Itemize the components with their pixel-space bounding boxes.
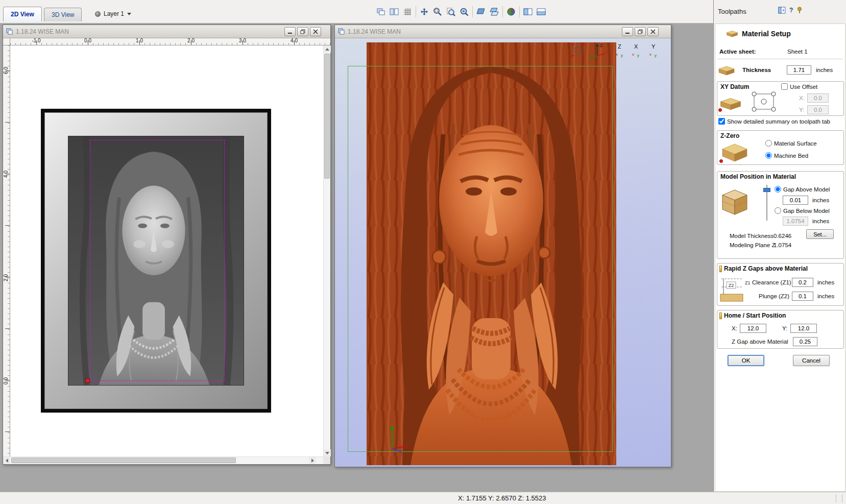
- minimize-button[interactable]: [284, 27, 296, 36]
- scroll-down-button[interactable]: [324, 449, 331, 457]
- scroll-left-button[interactable]: [3, 457, 10, 464]
- plunge-input[interactable]: [792, 292, 813, 301]
- svg-text:Y: Y: [651, 43, 656, 50]
- axis-indicator[interactable]: Z x y Z x y X x y Y: [571, 41, 663, 60]
- dialog-title: Material Setup: [742, 30, 791, 38]
- datum-block-icon: [719, 96, 742, 111]
- restore-icon: [300, 29, 305, 34]
- material-color-button[interactable]: [504, 5, 518, 18]
- window-tile-button[interactable]: [388, 5, 401, 18]
- zoom-box-button[interactable]: [431, 5, 444, 18]
- gap-below-input[interactable]: [783, 217, 808, 226]
- status-separator: [836, 494, 836, 502]
- help-icon[interactable]: ?: [789, 7, 793, 14]
- vertical-scrollbar[interactable]: [323, 45, 330, 457]
- zoom-drawing-icon: [446, 7, 456, 17]
- material-surface-radio[interactable]: [765, 140, 772, 147]
- z-gap-input[interactable]: [793, 337, 817, 346]
- slider-handle[interactable]: [763, 188, 770, 192]
- shade-toggle-button[interactable]: [474, 5, 488, 18]
- zoom-box-icon: [432, 7, 443, 17]
- offset-x-label: X:: [799, 95, 805, 101]
- gap-above-units: inches: [812, 197, 829, 203]
- ruler-label: 2.0: [3, 270, 10, 285]
- restore-button[interactable]: [297, 27, 308, 36]
- scroll-right-button[interactable]: [309, 457, 316, 464]
- set-model-position-button[interactable]: Set...: [806, 229, 834, 239]
- material-color-icon: [506, 7, 516, 17]
- zoom-selection-button[interactable]: [457, 5, 471, 18]
- svg-text:X: X: [634, 43, 638, 50]
- thickness-input[interactable]: [787, 65, 811, 75]
- pan-view-button[interactable]: [418, 5, 431, 18]
- modeling-plane-label: Modeling Plane Z: [730, 242, 776, 248]
- split-view-vertical-button[interactable]: [535, 5, 548, 18]
- rapid-z-title: Rapid Z Gaps above Material: [724, 265, 808, 272]
- model-thickness-label: Model Thickness: [730, 233, 774, 239]
- gap-above-input[interactable]: [783, 196, 808, 205]
- rapid-z-group: Rapid Z Gaps above Material Z2 Z1 Cleara…: [717, 263, 844, 306]
- pin-icon[interactable]: [796, 7, 803, 14]
- z-zero-title: Z-Zero: [720, 132, 739, 139]
- canvas-2d[interactable]: [10, 45, 323, 457]
- restore-button[interactable]: [635, 27, 646, 36]
- window-cascade-button[interactable]: [374, 5, 388, 18]
- gap-below-radio-row: Gap Below Model: [775, 207, 830, 214]
- use-offset-checkbox-row: Use Offset: [781, 83, 817, 90]
- zoom-drawing-button[interactable]: [444, 5, 457, 18]
- scroll-up-button[interactable]: [324, 45, 331, 53]
- toolpaths-panel: Toolpaths ? Material Setup Active sheet:…: [713, 0, 846, 492]
- minimize-button[interactable]: [622, 27, 633, 36]
- machine-bed-radio[interactable]: [765, 152, 772, 159]
- horizontal-scrollbar[interactable]: [3, 457, 323, 464]
- axis-badge-z: Z x y: [616, 43, 623, 58]
- svg-text:y: y: [637, 53, 639, 58]
- home-x-input[interactable]: [740, 324, 766, 333]
- close-button[interactable]: [647, 27, 659, 36]
- selection-handle[interactable]: [85, 378, 90, 383]
- ok-button[interactable]: OK: [728, 355, 764, 366]
- window-2d-titlebar[interactable]: 1.18.24 WISE MAN: [3, 25, 330, 38]
- ruler-label: 4.0: [3, 166, 10, 182]
- window-cascade-icon: [376, 7, 386, 17]
- dock-panel-icon[interactable]: [778, 7, 786, 14]
- home-y-input[interactable]: [790, 324, 817, 333]
- scrollbar-thumb[interactable]: [11, 458, 236, 463]
- ruler-label: 6.0: [3, 63, 10, 78]
- thickness-units: inches: [816, 67, 833, 73]
- gap-slider[interactable]: [763, 185, 770, 221]
- scrollbar-thumb[interactable]: [324, 54, 330, 179]
- material-surface-label: Material Surface: [774, 140, 817, 147]
- canvas-3d[interactable]: Z x y Z x y X x y Y: [335, 38, 671, 467]
- minimize-icon: [625, 29, 630, 34]
- active-sheet-label: Active sheet:: [719, 49, 756, 55]
- svg-text:x: x: [606, 49, 608, 54]
- tab-2d-view[interactable]: 2D View: [3, 7, 42, 21]
- tab-3d-view[interactable]: 3D View: [44, 8, 82, 21]
- split-view-horizontal-button[interactable]: [521, 5, 535, 18]
- clearance-input[interactable]: [792, 278, 813, 287]
- gap-above-radio[interactable]: [775, 186, 781, 193]
- cancel-button[interactable]: Cancel: [793, 355, 830, 366]
- close-button[interactable]: [310, 27, 321, 36]
- svg-text:Z2: Z2: [729, 283, 734, 288]
- texture-toggle-button[interactable]: [488, 5, 501, 18]
- z-zero-block-icon: [720, 142, 749, 162]
- clearance-label: Clearance (Z1): [752, 279, 791, 285]
- top-bar: 2D View 3D View Layer 1: [0, 0, 713, 23]
- selection-rectangle[interactable]: [90, 140, 225, 381]
- show-summary-row: Show detailed summary on toolpath tab: [718, 118, 830, 125]
- show-summary-checkbox[interactable]: [718, 118, 725, 125]
- window-3d-titlebar[interactable]: 1.18.24 WISE MAN: [335, 25, 671, 38]
- offset-x-input[interactable]: [807, 93, 829, 103]
- use-offset-checkbox[interactable]: [781, 83, 788, 90]
- thickness-block-icon: [718, 65, 735, 76]
- status-bar: X: 1.7155 Y: 2.6570 Z: 1.5523: [0, 492, 846, 504]
- layer-selector[interactable]: Layer 1: [91, 8, 135, 20]
- datum-position-diagram[interactable]: [749, 91, 779, 114]
- shade-icon: [476, 7, 486, 17]
- offset-y-input[interactable]: [807, 105, 829, 114]
- show-summary-label: Show detailed summary on toolpath tab: [727, 118, 830, 125]
- gap-below-radio[interactable]: [775, 207, 781, 214]
- grid-toggle-button[interactable]: [401, 5, 414, 18]
